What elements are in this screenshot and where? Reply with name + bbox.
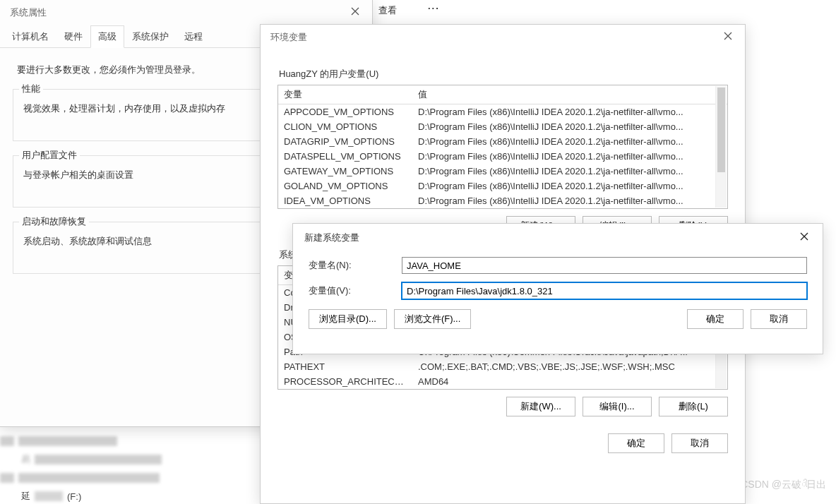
cell-var-value [412,389,727,390]
cell-var-value: .COM;.EXE;.BAT;.CMD;.VBS;.VBE;.JS;.JSE;.… [412,359,727,374]
table-row[interactable]: GATEWAY_VM_OPTIONSD:\Program Files (x86)… [278,164,727,179]
var-name-label: 变量名(N): [309,259,402,272]
cell-var-name: PATHEXT [278,359,412,374]
var-value-input[interactable] [402,282,807,299]
group-performance-title: 性能 [19,83,43,95]
sys-new-button[interactable]: 新建(W)... [506,397,575,416]
var-name-input[interactable] [402,257,807,274]
cell-var-name: DATAGRIP_VM_OPTIONS [278,134,412,149]
newvar-titlebar: 新建系统变量 [293,224,823,250]
envvars-title: 环境变量 [270,31,307,44]
table-row[interactable]: IDEA_VM_OPTIONSD:\Program Files (x86)\In… [278,193,727,208]
cell-var-name: IDEA_VM_OPTIONS [278,193,412,208]
table-row[interactable]: GOLAND_VM_OPTIONSD:\Program Files (x86)\… [278,179,727,193]
bg-view-label: 查看 [378,4,397,17]
table-row[interactable]: APPCODE_VM_OPTIONSD:\Program Files (x86)… [278,104,727,119]
cell-var-value: D:\Program Files (x86)\IntelliJ IDEA 202… [412,164,727,179]
var-value-label: 变量值(V): [309,284,402,297]
cell-var-name: APPCODE_VM_OPTIONS [278,104,412,119]
group-startup-title: 启动和故障恢复 [19,215,89,228]
cancel-button[interactable]: 取消 [751,309,807,329]
table-row[interactable]: PROCESSOR_ARCHITECTUREAMD64 [278,374,727,389]
col-header-val[interactable]: 值 [412,85,727,104]
col-header-var[interactable]: 变量 [278,85,412,104]
envvars-titlebar: 环境变量 [261,25,745,49]
bg-ellipsis: ··· [428,3,440,13]
table-row[interactable]: PATHEXT.COM;.EXE;.BAT;.CMD;.VBS;.VBE;.JS… [278,359,727,374]
cell-var-name: DATASPELL_VM_OPTIONS [278,149,412,164]
close-icon[interactable] [345,6,365,19]
scrollbar[interactable] [715,86,727,208]
cell-var-value: D:\Program Files (x86)\IntelliJ IDEA 202… [412,119,727,134]
browse-dir-button[interactable]: 浏览目录(D)... [309,309,387,329]
cell-var-name: GATEWAY_VM_OPTIONS [278,164,412,179]
sys-delete-button[interactable]: 删除(L) [659,397,728,416]
cell-var-value: D:\Program Files (x86)\IntelliJ IDEA 202… [412,134,727,149]
sysprops-title: 系统属性 [10,6,47,19]
sys-edit-button[interactable]: 编辑(I)... [583,397,652,416]
user-vars-table[interactable]: 变量 值 APPCODE_VM_OPTIONSD:\Program Files … [277,85,728,209]
table-row[interactable]: PROCESSOR_IDENTIFIER [278,389,727,390]
browse-file-button[interactable]: 浏览文件(F)... [394,309,471,329]
new-system-variable-dialog: 新建系统变量 变量名(N): 变量值(V): 浏览目录(D)... 浏览文件(F… [292,223,823,354]
newvar-title: 新建系统变量 [304,232,359,244]
tab-system-protection[interactable]: 系统保护 [124,25,177,48]
cancel-button[interactable]: 取消 [671,433,728,453]
tab-remote[interactable]: 远程 [177,25,210,48]
table-row[interactable]: DATASPELL_VM_OPTIONSD:\Program Files (x8… [278,149,727,164]
csdn-watermark: CSDN @云破᭄日出 [741,479,826,491]
cell-var-value: AMD64 [412,374,727,389]
group-userprofile-title: 用户配置文件 [19,149,80,162]
close-icon[interactable] [794,231,814,244]
ok-button[interactable]: 确定 [687,309,744,329]
close-icon[interactable] [718,30,738,44]
tab-hardware[interactable]: 硬件 [56,25,90,48]
cell-var-name: CLION_VM_OPTIONS [278,119,412,134]
ok-button[interactable]: 确定 [608,433,664,453]
cell-var-name: PROCESSOR_ARCHITECTURE [278,374,412,389]
user-vars-label: HuangZY 的用户变量(U) [279,68,728,80]
cell-var-name: GOLAND_VM_OPTIONS [278,179,412,193]
cell-var-value: D:\Program Files (x86)\IntelliJ IDEA 202… [412,179,727,193]
table-row[interactable]: CLION_VM_OPTIONSD:\Program Files (x86)\I… [278,119,727,134]
tab-advanced[interactable]: 高级 [90,25,124,48]
cell-var-value: D:\Program Files (x86)\IntelliJ IDEA 202… [412,149,727,164]
tab-computer-name[interactable]: 计算机名 [4,25,56,48]
table-row[interactable]: DATAGRIP_VM_OPTIONSD:\Program Files (x86… [278,134,727,149]
bg-blur-area: 易 延(F:) [0,431,254,501]
sysprops-titlebar: 系统属性 [0,0,372,25]
cell-var-value: D:\Program Files (x86)\IntelliJ IDEA 202… [412,104,727,119]
cell-var-name: PROCESSOR_IDENTIFIER [278,389,412,390]
cell-var-value: D:\Program Files (x86)\IntelliJ IDEA 202… [412,193,727,208]
